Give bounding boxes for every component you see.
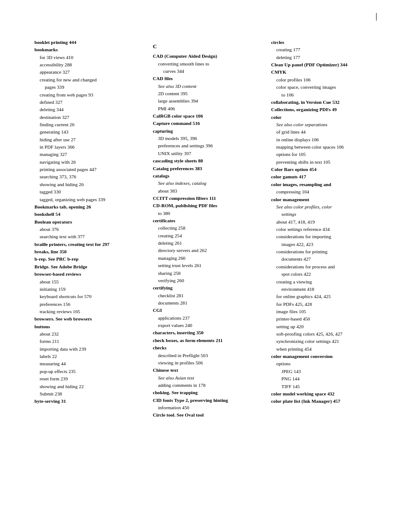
index-entry: about 232 [34, 330, 144, 338]
index-entry: in online displays 106 [271, 136, 381, 143]
index-entry: capturing [153, 128, 263, 135]
index-entry: UNIX utility 397 [153, 150, 263, 157]
index-entry: buttons [34, 323, 144, 330]
index-entry: CID fonts Type 2, preserving hinting [153, 397, 263, 404]
index-entry: soft-proofing colors 425, 426, 427 [271, 330, 381, 338]
index-entry: See also Asian text [153, 374, 263, 382]
index-entry: generating 143 [34, 128, 144, 136]
index-entry: options [271, 360, 381, 367]
index-entry: compressing 104 [271, 188, 381, 196]
index-entry: viewing in profiles 506 [153, 359, 263, 367]
index-entry: CalRGB color space 106 [153, 112, 263, 120]
index-entry: for PDFs 425, 428 [271, 301, 381, 308]
index-entry: creating for new and changed [34, 76, 144, 84]
index-entry: tracking reviews 165 [34, 308, 144, 315]
page: booklet printing 444bookmarksfor 3D view… [0, 0, 411, 532]
index-entry: setting up 420 [271, 323, 381, 330]
index-entry: Collections, organizing PDFs 49 [271, 106, 381, 113]
index-entry: PMI 406 [153, 105, 263, 112]
index-entry: about 383 [153, 187, 263, 195]
index-entry: characters, inserting 350 [153, 329, 263, 336]
index-entry: synchronizing color settings 421 [271, 338, 381, 345]
index-entry: spot colors 422 [271, 271, 381, 278]
index-entry: Capture command 516 [153, 120, 263, 127]
index-columns: booklet printing 444bookmarksfor 3D view… [34, 39, 381, 419]
index-entry: See also color separations [271, 121, 381, 128]
index-entry: considerations for importing [271, 233, 381, 240]
index-entry: managing 260 [153, 255, 263, 262]
index-entry: creating 254 [153, 232, 263, 240]
index-entry: color model working space 432 [271, 390, 381, 398]
index-entry: images 422, 423 [271, 241, 381, 248]
index-entry: See also color profiles, color [271, 203, 381, 211]
index-entry: image files 105 [271, 308, 381, 315]
index-entry: initiating 159 [34, 286, 144, 293]
index-entry: color space, converting images [271, 84, 381, 91]
index-entry: mapping between color spaces 106 [271, 143, 381, 151]
index-entry: sharing 258 [153, 270, 263, 277]
index-entry: bookshelf 54 [34, 211, 144, 218]
index-entry: information 450 [153, 404, 263, 411]
index-entry: showing and hiding 22 [34, 383, 144, 390]
index-entry: collecting 258 [153, 224, 263, 232]
index-entry: keyboard shortcuts for 570 [34, 293, 144, 300]
index-entry: destination 327 [34, 114, 144, 121]
index-entry: about 376 [34, 226, 144, 233]
index-entry: See also 3D content [153, 83, 263, 90]
index-entry: considerations for process and [271, 263, 381, 271]
index-entry: browser-based reviews [34, 271, 144, 278]
index-entry: CMYK [271, 68, 381, 76]
index-entry: Chinese text [153, 367, 263, 374]
index-entry: breaks, line 350 [34, 248, 144, 255]
index-entry: braille printers, creating text for 297 [34, 241, 144, 248]
index-entry: deleting 177 [271, 54, 381, 61]
index-entry: export values 240 [153, 322, 263, 329]
column-3: circlescreating 177deleting 177Clean Up … [271, 39, 381, 419]
index-entry: byte-serving 31 [34, 398, 144, 405]
index-entry: Catalog preferences 383 [153, 165, 263, 172]
index-entry: bookmarks [34, 46, 144, 53]
index-entry: tagged, organizing web pages 339 [34, 196, 144, 203]
index-entry: curves 344 [153, 68, 263, 75]
index-entry: searching 373, 376 [34, 173, 144, 180]
index-entry: defined 327 [34, 99, 144, 106]
index-entry: about 417, 418, 419 [271, 218, 381, 226]
index-entry: color plate list (Ink Manager) 457 [271, 398, 381, 405]
index-entry: preferences 156 [34, 301, 144, 308]
index-entry: when printing 454 [271, 345, 381, 353]
index-entry: showing and hiding 26 [34, 181, 144, 188]
index-entry: check boxes, as form elements 211 [153, 337, 263, 344]
index-entry: CCITT compression filters 111 [153, 195, 263, 202]
index-entry: finding current 26 [34, 121, 144, 128]
index-entry: hiding after use 27 [34, 136, 144, 143]
index-entry: appearance 327 [34, 68, 144, 76]
index-entry: importing data with 239 [34, 345, 144, 353]
index-entry: color images, resampling and [271, 181, 381, 188]
index-entry: adding comments in 178 [153, 382, 263, 389]
index-entry: Clean Up panel (PDF Optimizer) 344 [271, 61, 381, 68]
index-entry: navigating with 26 [34, 159, 144, 166]
index-entry: preferences and settings 396 [153, 142, 263, 149]
index-entry: creating 177 [271, 46, 381, 53]
index-entry: b-rep. See PRC b-rep [34, 255, 144, 263]
index-entry: color settings reference 434 [271, 226, 381, 233]
index-entry: reset form 239 [34, 375, 144, 383]
index-entry: Bridge. See Adobe Bridge [34, 263, 144, 271]
index-entry: choking. See trapping [153, 389, 263, 396]
index-entry: 2D content 395 [153, 90, 263, 97]
index-entry: directory servers and 262 [153, 247, 263, 254]
index-entry: 3D models 395, 396 [153, 135, 263, 142]
page-header [372, 13, 381, 21]
index-entry: creating a viewing [271, 278, 381, 286]
index-entry: Submit 238 [34, 390, 144, 398]
index-entry: certifying [153, 284, 263, 292]
index-entry: deleting 344 [34, 106, 144, 113]
index-entry: tagged 330 [34, 188, 144, 196]
index-entry: Boolean operators [34, 218, 144, 226]
index-entry: checks [153, 344, 263, 352]
index-entry: settings [271, 211, 381, 218]
index-entry: in PDF layers 366 [34, 143, 144, 151]
index-entry: considerations for printing [271, 248, 381, 255]
index-entry: cascading style sheets 88 [153, 157, 263, 165]
index-entry: documents 427 [271, 255, 381, 263]
